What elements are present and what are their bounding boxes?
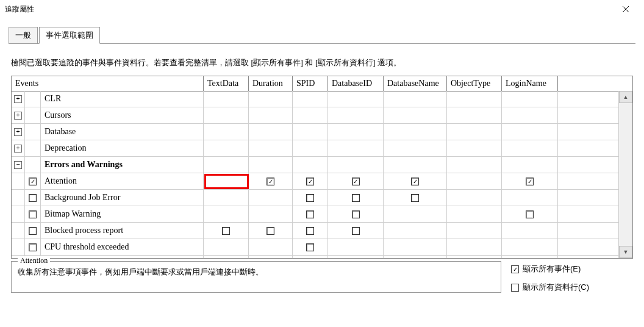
cell-checkbox[interactable] <box>526 210 534 218</box>
cell-checkbox[interactable] <box>306 243 314 251</box>
show-all-events-checkbox[interactable] <box>511 265 519 273</box>
events-grid: Events TextData Duration SPID DatabaseID… <box>11 76 633 259</box>
event-label[interactable]: Database Suspect Data Page <box>41 256 204 258</box>
scroll-up-button[interactable]: ▲ <box>619 91 632 103</box>
category-label[interactable]: Database <box>41 124 204 140</box>
description-group: Attention 收集所有注意事項事件，例如用戶端中斷要求或當用戶端連接中斷時… <box>11 261 501 293</box>
show-all-events-label: 顯示所有事件(E) <box>523 264 581 275</box>
col-header-databaseid[interactable]: DatabaseID <box>328 76 384 91</box>
cell-checkbox[interactable] <box>267 178 274 185</box>
col-header-spid[interactable]: SPID <box>293 76 328 91</box>
cell-checkbox[interactable] <box>352 227 360 235</box>
category-row: + Database <box>12 124 619 140</box>
cell-checkbox[interactable] <box>411 178 419 185</box>
close-button[interactable] <box>612 1 639 18</box>
event-checkbox[interactable] <box>29 243 37 251</box>
event-label[interactable]: Bitmap Warning <box>41 206 204 222</box>
instructions-text: 檢閱已選取要追蹤的事件與事件資料行。若要查看完整清單，請選取 [顯示所有事件] … <box>11 57 633 68</box>
close-icon <box>622 5 629 13</box>
scroll-down-button[interactable]: ▼ <box>619 246 632 258</box>
show-all-columns-label: 顯示所有資料行(C) <box>523 282 589 293</box>
col-header-textdata[interactable]: TextData <box>204 76 249 91</box>
expander-database[interactable]: + <box>14 128 22 136</box>
event-label[interactable]: Attention <box>41 173 204 189</box>
tab-general[interactable]: 一般 <box>9 27 38 44</box>
cell-checkbox[interactable] <box>352 194 360 202</box>
col-header-loginname[interactable]: LoginName <box>502 76 558 91</box>
event-label[interactable]: CPU threshold exceeded <box>41 239 204 255</box>
expander-deprecation[interactable]: + <box>14 145 22 153</box>
event-row: CPU threshold exceeded <box>12 239 619 256</box>
category-label[interactable]: Deprecation <box>41 140 204 156</box>
event-checkbox[interactable] <box>29 210 37 218</box>
cell-checkbox[interactable] <box>222 227 230 235</box>
description-title: Attention <box>18 256 50 265</box>
tab-events-selection[interactable]: 事件選取範圍 <box>39 27 100 44</box>
event-label[interactable]: Background Job Error <box>41 190 204 206</box>
highlight-rectangle <box>204 174 249 189</box>
cell-checkbox[interactable] <box>306 178 314 185</box>
expander-errors-warnings[interactable]: − <box>14 161 22 169</box>
col-header-duration[interactable]: Duration <box>249 76 293 91</box>
window-title: 追蹤屬性 <box>5 4 34 15</box>
event-row: Blocked process report <box>12 223 619 239</box>
expander-cursors[interactable]: + <box>14 112 22 120</box>
event-row: Database Suspect Data Page <box>12 256 619 258</box>
cell-checkbox[interactable] <box>352 210 360 218</box>
event-row-attention: Attention <box>12 173 619 190</box>
col-header-databasename[interactable]: DatabaseName <box>384 76 447 91</box>
event-label[interactable]: Blocked process report <box>41 223 204 239</box>
col-header-events[interactable]: Events <box>12 76 204 91</box>
category-row: + CLR <box>12 91 619 107</box>
vertical-scrollbar[interactable]: ▲ ▼ <box>618 91 632 258</box>
description-text: 收集所有注意事項事件，例如用戶端中斷要求或當用戶端連接中斷時。 <box>18 267 495 278</box>
event-row: Bitmap Warning <box>12 206 619 223</box>
category-row: + Cursors <box>12 107 619 124</box>
expander-clr[interactable]: + <box>14 95 22 103</box>
category-label[interactable]: Errors and Warnings <box>41 157 204 173</box>
category-label[interactable]: CLR <box>41 91 204 107</box>
event-checkbox-attention[interactable] <box>29 178 37 185</box>
col-header-objecttype[interactable]: ObjectType <box>447 76 502 91</box>
cell-checkbox[interactable] <box>306 194 314 202</box>
event-checkbox[interactable] <box>29 227 37 235</box>
tab-strip: 一般 事件選取範圍 <box>9 27 635 44</box>
category-label[interactable]: Cursors <box>41 107 204 123</box>
event-row: Background Job Error <box>12 190 619 206</box>
event-checkbox[interactable] <box>29 194 37 202</box>
cell-checkbox[interactable] <box>306 227 314 235</box>
cell-checkbox[interactable] <box>411 194 419 202</box>
cell-checkbox[interactable] <box>352 178 360 185</box>
grid-header: Events TextData Duration SPID DatabaseID… <box>12 76 632 92</box>
category-row: − Errors and Warnings <box>12 157 619 173</box>
titlebar: 追蹤屬性 <box>0 0 644 18</box>
cell-checkbox[interactable] <box>306 210 314 218</box>
category-row: + Deprecation <box>12 140 619 157</box>
cell-checkbox[interactable] <box>267 227 274 235</box>
show-all-columns-checkbox[interactable] <box>511 284 519 292</box>
cell-checkbox[interactable] <box>526 178 534 185</box>
